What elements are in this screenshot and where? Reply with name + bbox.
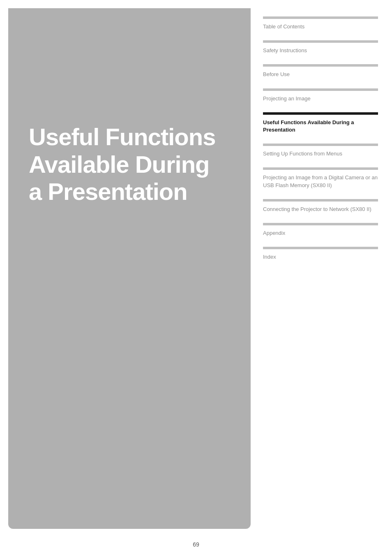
nav-bar-network [263,199,378,202]
nav-bar-useful-functions [263,112,378,115]
nav-item-projecting[interactable]: Projecting an Image [263,88,378,112]
right-panel: Table of Contents Safety Instructions Be… [251,0,390,537]
nav-label-before-use: Before Use [263,69,378,88]
nav-label-toc: Table of Contents [263,21,378,40]
title-line-1: Useful Functions [29,123,215,150]
nav-bar-safety [263,40,378,43]
nav-label-safety: Safety Instructions [263,45,378,64]
nav-item-index[interactable]: Index [263,247,378,271]
nav-label-useful-functions: Useful Functions Available During a Pres… [263,117,378,144]
page-container: Useful Functions Available During a Pres… [0,0,392,556]
nav-item-useful-functions[interactable]: Useful Functions Available During a Pres… [263,112,378,144]
nav-item-digital-camera[interactable]: Projecting an Image from a Digital Camer… [263,167,378,199]
nav-item-before-use[interactable]: Before Use [263,64,378,88]
nav-bar-before-use [263,64,378,67]
page-number: 69 [193,541,199,548]
title-line-3: a Presentation [29,178,187,205]
nav-label-index: Index [263,252,378,271]
nav-bar-setting-up [263,144,378,146]
nav-label-projecting: Projecting an Image [263,93,378,112]
main-content: Useful Functions Available During a Pres… [0,0,392,537]
nav-item-network[interactable]: Connecting the Projector to Network (SX8… [263,199,378,223]
nav-bar-projecting [263,88,378,91]
nav-bar-index [263,247,378,249]
nav-bar-digital-camera [263,167,378,170]
title-line-2: Available During [29,151,210,178]
left-panel: Useful Functions Available During a Pres… [8,8,251,529]
nav-label-network: Connecting the Projector to Network (SX8… [263,204,378,223]
page-footer: 69 [0,537,392,556]
nav-bar-toc [263,16,378,19]
nav-label-appendix: Appendix [263,228,378,247]
nav-item-appendix[interactable]: Appendix [263,223,378,247]
nav-item-setting-up[interactable]: Setting Up Functions from Menus [263,144,378,167]
nav-item-toc[interactable]: Table of Contents [263,16,378,40]
nav-bar-appendix [263,223,378,225]
nav-label-digital-camera: Projecting an Image from a Digital Camer… [263,172,378,199]
nav-item-safety[interactable]: Safety Instructions [263,40,378,64]
chapter-title: Useful Functions Available During a Pres… [29,123,215,206]
nav-label-setting-up: Setting Up Functions from Menus [263,148,378,167]
